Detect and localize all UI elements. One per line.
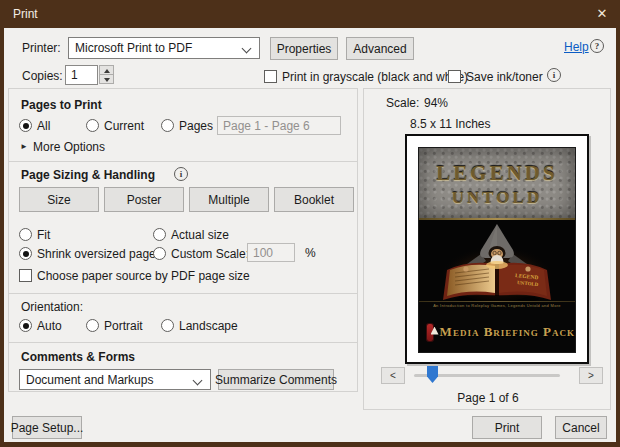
- summarize-comments-button[interactable]: Summarize Comments: [218, 369, 334, 390]
- next-chevron-icon: >: [588, 370, 594, 381]
- page-indicator: Page 1 of 6: [364, 391, 612, 405]
- page-range-input[interactable]: [217, 116, 341, 135]
- more-options-toggle[interactable]: More Options: [33, 140, 105, 154]
- portrait-radio[interactable]: [86, 319, 99, 332]
- dialog-body: Printer: Microsoft Print to PDF Properti…: [4, 28, 616, 442]
- prev-chevron-icon: <: [390, 370, 396, 381]
- page-setup-button[interactable]: Page Setup...: [12, 416, 82, 439]
- pages-radio-label[interactable]: Pages: [179, 119, 213, 133]
- cover-title-line1: LEGENDS: [419, 161, 575, 186]
- custom-scale-input[interactable]: [247, 243, 295, 262]
- custom-scale-radio-label[interactable]: Custom Scale:: [171, 247, 249, 261]
- save-ink-label[interactable]: Save ink/toner: [466, 70, 543, 84]
- help-link[interactable]: Help: [564, 40, 589, 54]
- paper-source-label[interactable]: Choose paper source by PDF page size: [37, 269, 250, 283]
- paper-size-label: 8.5 x 11 Inches: [410, 117, 491, 131]
- document-cover-art: LEGENDS UNTOLD: [419, 148, 575, 352]
- print-button[interactable]: Print: [472, 416, 542, 439]
- grayscale-label[interactable]: Print in grayscale (black and white): [282, 70, 468, 84]
- all-radio[interactable]: [19, 119, 32, 132]
- ink-info-icon[interactable]: i: [547, 68, 561, 82]
- paper-source-checkbox[interactable]: [19, 269, 32, 282]
- shrink-pages-radio[interactable]: [19, 247, 32, 260]
- cover-brand-text: Media Briefing Pack: [440, 324, 575, 340]
- copies-input[interactable]: [65, 65, 98, 85]
- fit-radio[interactable]: [19, 228, 32, 241]
- cover-tagline: An Introduction to Roleplay Games, Legen…: [419, 303, 575, 308]
- actual-size-radio[interactable]: [153, 228, 166, 241]
- previous-page-button[interactable]: <: [381, 367, 405, 384]
- properties-button[interactable]: Properties: [270, 37, 338, 60]
- printer-label: Printer:: [22, 41, 61, 55]
- cancel-button[interactable]: Cancel: [555, 416, 607, 439]
- left-options-panel: Pages to Print All Current Pages ► More …: [8, 88, 358, 392]
- actual-size-radio-label[interactable]: Actual size: [171, 228, 229, 242]
- copies-stepper[interactable]: [99, 65, 114, 85]
- cover-leather-texture: LEGENDS UNTOLD: [419, 148, 575, 218]
- all-radio-label[interactable]: All: [37, 119, 50, 133]
- page-slider-thumb[interactable]: [427, 366, 438, 383]
- cover-separator-thin: [419, 301, 575, 302]
- cover-wizard-illustration: LEGEND UNTOLD: [419, 220, 575, 301]
- close-icon[interactable]: ✕: [592, 5, 612, 23]
- comments-forms-select[interactable]: Document and Markups: [19, 369, 211, 390]
- pages-radio[interactable]: [161, 119, 174, 132]
- poster-button[interactable]: Poster: [104, 187, 184, 212]
- landscape-radio[interactable]: [161, 319, 174, 332]
- fit-radio-label[interactable]: Fit: [37, 228, 50, 242]
- sizing-info-icon[interactable]: i: [174, 167, 188, 181]
- shrink-pages-radio-label[interactable]: Shrink oversized pages: [37, 247, 162, 261]
- titlebar[interactable]: Print ✕: [0, 0, 620, 28]
- comments-forms-selected-value: Document and Markups: [26, 373, 153, 387]
- next-page-button[interactable]: >: [579, 367, 603, 384]
- current-radio[interactable]: [86, 119, 99, 132]
- dialog-title: Print: [13, 7, 38, 21]
- comments-forms-heading: Comments & Forms: [21, 350, 135, 364]
- page-sizing-heading: Page Sizing & Handling: [21, 168, 155, 182]
- printer-selected-value: Microsoft Print to PDF: [75, 41, 192, 55]
- pages-to-print-heading: Pages to Print: [21, 98, 102, 112]
- copies-label: Copies:: [22, 69, 63, 83]
- cover-brand-band: Media Briefing Pack: [419, 312, 575, 352]
- grayscale-checkbox[interactable]: [264, 70, 277, 83]
- collapsed-arrow-icon[interactable]: ►: [20, 142, 28, 151]
- print-preview-thumbnail: LEGENDS UNTOLD: [405, 134, 589, 364]
- chevron-down-icon: [242, 44, 252, 54]
- scale-value: 94%: [424, 96, 448, 110]
- landscape-radio-label[interactable]: Landscape: [179, 319, 238, 333]
- publisher-logo: [427, 324, 433, 341]
- printer-select[interactable]: Microsoft Print to PDF: [68, 37, 260, 59]
- cover-title-line2: UNTOLD: [419, 188, 575, 208]
- current-radio-label[interactable]: Current: [104, 119, 144, 133]
- scale-label: Scale:: [386, 96, 419, 110]
- booklet-button[interactable]: Booklet: [274, 187, 354, 212]
- chevron-down-icon: [193, 376, 203, 386]
- print-dialog: Print ✕ Printer: Microsoft Print to PDF …: [0, 0, 620, 447]
- percent-label: %: [305, 246, 316, 260]
- preview-panel: Scale: 94% 8.5 x 11 Inches LEGENDS UNTOL…: [363, 88, 611, 410]
- advanced-button[interactable]: Advanced: [346, 37, 414, 60]
- orientation-heading: Orientation:: [21, 300, 83, 314]
- multiple-button[interactable]: Multiple: [189, 187, 269, 212]
- size-button[interactable]: Size: [19, 187, 99, 212]
- spin-down-icon[interactable]: [99, 74, 114, 84]
- custom-scale-radio[interactable]: [153, 247, 166, 260]
- portrait-radio-label[interactable]: Portrait: [104, 319, 143, 333]
- save-ink-checkbox[interactable]: [448, 70, 461, 83]
- auto-radio-label[interactable]: Auto: [37, 319, 62, 333]
- help-icon[interactable]: ?: [590, 39, 604, 53]
- auto-radio[interactable]: [19, 319, 32, 332]
